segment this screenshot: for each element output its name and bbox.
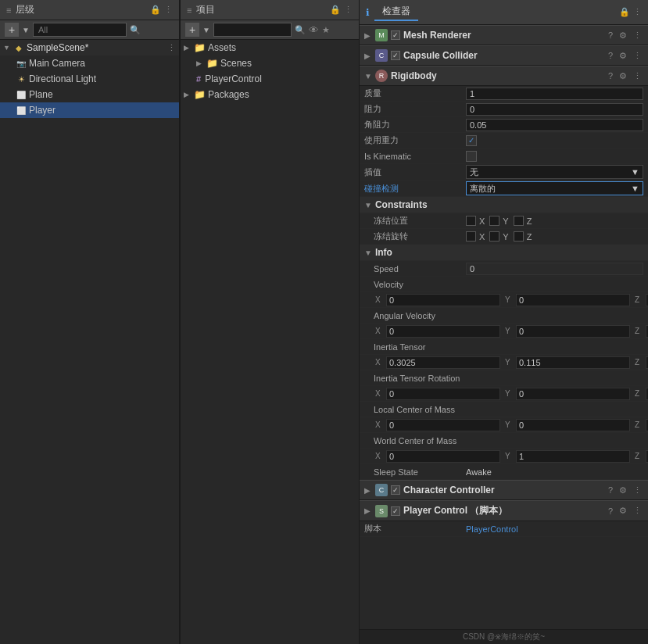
hierarchy-list: ▼ ◆ SampleScene* ⋮ 📷 Main Camera ☀ Direc… [0,40,179,644]
angular-velocity-xyz-group: X Y Z [375,325,648,338]
prop-drag-input[interactable] [466,103,643,116]
ang-vel-x-input[interactable] [386,325,500,338]
mesh-renderer-settings-icon[interactable]: ⚙ [618,30,628,41]
info-header: ▼ Info [360,245,648,261]
rigidbody-fold[interactable]: ▼ [364,72,372,80]
inertia-y-input[interactable] [516,356,630,369]
rigidbody-title: Rigidbody [391,70,603,81]
local-com-xyz-group: X Y Z [375,419,648,431]
project-add-button[interactable]: + [185,23,199,37]
hierarchy-lock-icon: 🔒 [150,5,161,15]
project-header-icons: 🔒 ⋮ [330,5,353,15]
local-com-y-input[interactable] [516,419,630,431]
hierarchy-more-icon[interactable]: ⋮ [164,5,173,15]
project-item-scenes[interactable]: ▶ 📁 Scenes [181,55,359,71]
inertia-x-input[interactable] [386,356,500,369]
prop-collision-detection-label[interactable]: 碰撞检测 [364,183,466,195]
constraints-header: ▼ Constraints [360,197,648,213]
prop-script-value[interactable]: PlayerControl [466,524,643,534]
project-search-input[interactable] [213,23,292,37]
prop-drag-value [466,103,643,116]
char-ctrl-settings-icon[interactable]: ⚙ [618,485,628,496]
freeze-rotation-z-check[interactable] [514,231,524,242]
constraints-fold[interactable]: ▼ [364,201,372,209]
player-control-fold[interactable]: ▶ [364,506,372,515]
freeze-position-x-check[interactable] [466,216,476,226]
project-item-playercontrol[interactable]: # PlayerControl [181,71,359,87]
prop-script-label: 脚本 [364,523,466,535]
rigidbody-settings-icon[interactable]: ⚙ [618,71,628,81]
project-item-assets[interactable]: ▶ 📁 Assets [181,40,359,55]
capsule-collider-enabled[interactable]: ✓ [391,51,400,60]
world-com-x-input[interactable] [386,450,500,463]
scene-more-icon[interactable]: ⋮ [167,43,176,53]
prop-use-gravity-check[interactable]: ✓ [466,135,477,146]
freeze-rotation-y-check[interactable] [489,231,499,242]
project-add-arrow[interactable]: ▼ [202,26,210,34]
project-eye-icon[interactable]: 👁 [309,24,319,36]
capsule-collider-fold[interactable]: ▶ [364,52,372,60]
project-more-icon[interactable]: ⋮ [344,5,353,15]
prop-interpolate-dropdown[interactable]: 无 ▼ [466,165,643,179]
hierarchy-item-main-camera[interactable]: 📷 Main Camera [0,55,179,71]
freeze-position-z-label: Z [527,216,532,226]
inspector-more-icon[interactable]: ⋮ [633,7,642,17]
freeze-position-y-check[interactable] [489,216,499,226]
capsule-collider-help-icon[interactable]: ? [607,51,614,60]
inspector-lock-icon[interactable]: 🔒 [619,7,630,17]
prop-collision-detection-dropdown[interactable]: 离散的 ▼ [466,181,643,195]
project-item-packages[interactable]: ▶ 📁 Packages [181,87,359,102]
player-ctrl-more-icon[interactable]: ⋮ [632,506,643,516]
prop-angular-drag-input[interactable] [466,119,643,131]
hierarchy-add-button[interactable]: + [5,23,19,37]
freeze-position-row: 冻结位置 X Y Z [360,213,648,229]
inertia-rot-y-input[interactable] [516,388,630,400]
hierarchy-item-player[interactable]: ⬜ Player [0,102,179,118]
info-fold[interactable]: ▼ [364,249,372,257]
hierarchy-item-scene[interactable]: ▼ ◆ SampleScene* ⋮ [0,40,179,55]
rigidbody-more-icon[interactable]: ⋮ [632,71,643,81]
player-ctrl-help-icon[interactable]: ? [607,506,614,516]
prop-is-kinematic-check[interactable] [466,151,477,162]
inspector-info-icon: ℹ [366,7,370,18]
mesh-renderer-enabled[interactable]: ✓ [391,30,400,40]
character-controller-enabled[interactable]: ✓ [391,485,400,495]
mesh-renderer-help-icon[interactable]: ? [607,30,614,40]
character-controller-fold[interactable]: ▶ [364,486,372,495]
velocity-xyz-group: X Y Z [375,294,648,306]
freeze-rotation-x-check[interactable] [466,231,476,242]
char-ctrl-more-icon[interactable]: ⋮ [632,485,643,496]
packages-folder-icon: 📁 [194,89,206,100]
velocity-y-input[interactable] [516,294,630,306]
velocity-x-input[interactable] [386,294,500,306]
prop-mass-input[interactable] [466,88,643,100]
prop-angular-drag-label: 角阻力 [364,119,466,131]
freeze-position-y-label: Y [503,216,508,226]
freeze-position-z-check[interactable] [514,216,524,226]
inertia-rot-x-input[interactable] [386,388,500,400]
local-com-x-input[interactable] [386,419,500,431]
ang-vel-y-label: Y [505,327,514,335]
hierarchy-add-arrow[interactable]: ▼ [22,26,30,34]
project-star-icon[interactable]: ★ [322,25,330,35]
world-com-z-label: Z [635,452,644,460]
prop-velocity-label: Velocity [364,280,466,289]
hierarchy-item-plane[interactable]: ⬜ Plane [0,87,179,102]
capsule-collider-settings-icon[interactable]: ⚙ [618,51,628,61]
hierarchy-item-directional-light[interactable]: ☀ Directional Light [0,71,179,87]
mesh-renderer-more-icon[interactable]: ⋮ [632,30,643,41]
prop-interpolate-arrow: ▼ [631,167,639,177]
inspector-tab[interactable]: 检查器 [374,3,418,21]
char-ctrl-help-icon[interactable]: ? [607,485,614,495]
hierarchy-search-input[interactable] [33,23,127,37]
mesh-renderer-fold[interactable]: ▶ [364,31,372,40]
capsule-collider-more-icon[interactable]: ⋮ [632,51,643,61]
prop-speed-input[interactable] [466,263,643,275]
mesh-renderer-icon: M [375,29,388,41]
scenes-label: Scenes [220,58,252,69]
ang-vel-y-input[interactable] [516,325,630,338]
world-com-y-input[interactable] [516,450,630,463]
player-control-enabled[interactable]: ✓ [391,506,400,516]
player-ctrl-settings-icon[interactable]: ⚙ [618,506,628,516]
rigidbody-help-icon[interactable]: ? [607,71,614,80]
